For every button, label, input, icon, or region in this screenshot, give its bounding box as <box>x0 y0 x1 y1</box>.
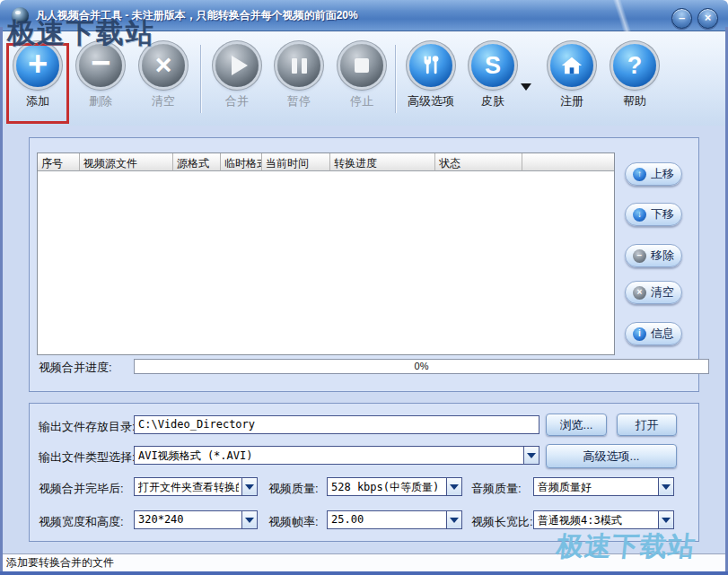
stop-icon <box>340 44 383 87</box>
down-arrow-icon: ↓ <box>633 208 646 222</box>
move-down-button[interactable]: ↓ 下移 <box>625 203 682 226</box>
delete-button[interactable]: − 删除 <box>69 44 132 109</box>
question-icon: ? <box>613 44 656 87</box>
chevron-down-icon[interactable] <box>241 478 257 495</box>
video-size-label: 视频宽度和高度: <box>39 514 124 530</box>
window-border <box>0 27 3 575</box>
minus-icon: − <box>79 44 122 87</box>
column-status[interactable]: 状态 <box>435 153 522 171</box>
column-progress[interactable]: 转换进度 <box>330 153 435 171</box>
app-window: 凡人视频合并工具 - 未注册版本，只能转换合并每个视频的前面20% – × + … <box>0 0 728 575</box>
merge-progress-bar: 0% <box>134 359 709 374</box>
pause-label: 暂停 <box>268 93 330 109</box>
open-button[interactable]: 打开 <box>617 414 677 436</box>
column-temp-format[interactable]: 临时格式 <box>221 153 262 171</box>
aspect-ratio-label: 视频长宽比: <box>471 514 533 530</box>
column-source-format[interactable]: 源格式 <box>173 153 221 171</box>
after-merge-select[interactable]: 打开文件夹查看转换的 <box>134 477 258 496</box>
toolbar-separator <box>200 45 201 113</box>
frame-rate-select[interactable]: 25.00 <box>327 510 462 529</box>
register-label: 注册 <box>540 93 603 109</box>
frame-rate-value: 25.00 <box>331 513 443 526</box>
move-up-button[interactable]: ↑ 上移 <box>625 162 682 186</box>
merge-button[interactable]: 合并 <box>206 44 268 109</box>
stop-button[interactable]: 停止 <box>330 44 393 109</box>
column-filler <box>522 153 614 171</box>
video-quality-select[interactable]: 528 kbps(中等质量) <box>327 477 462 496</box>
status-bar: 添加要转换合并的文件 <box>3 553 725 571</box>
file-table[interactable]: 序号 视频源文件 源格式 临时格式 当前时间 转换进度 状态 <box>37 152 615 355</box>
add-label: 添加 <box>6 93 69 109</box>
window-title: 凡人视频合并工具 - 未注册版本，只能转换合并每个视频的前面20% <box>36 0 358 31</box>
close-button[interactable]: × <box>697 8 718 29</box>
play-icon <box>215 44 259 87</box>
chevron-down-icon[interactable] <box>241 511 257 528</box>
up-arrow-icon: ↑ <box>633 168 646 181</box>
merge-progress-value: 0% <box>415 361 429 371</box>
cross-icon: × <box>633 286 646 300</box>
skin-label: 皮肤 <box>461 93 524 109</box>
video-quality-value: 528 kbps(中等质量) <box>331 480 443 495</box>
home-icon <box>550 44 593 87</box>
video-quality-label: 视频质量: <box>268 481 319 497</box>
advanced-options-button[interactable]: 高级选项 <box>399 44 462 109</box>
output-dir-label: 输出文件存放目录: <box>39 419 136 435</box>
tools-icon <box>409 44 452 87</box>
plus-icon: + <box>16 44 59 87</box>
frame-rate-label: 视频帧率: <box>268 514 319 530</box>
minimize-button[interactable]: – <box>671 8 692 29</box>
stop-label: 停止 <box>330 93 393 109</box>
delete-label: 删除 <box>69 93 132 109</box>
cross-icon: × <box>142 44 185 87</box>
browse-button[interactable]: 浏览... <box>546 414 607 436</box>
pause-button[interactable]: 暂停 <box>268 44 330 109</box>
output-type-value: AVI视频格式 (*.AVI) <box>138 449 521 464</box>
column-source-file[interactable]: 视频源文件 <box>80 153 173 171</box>
remove-button[interactable]: − 移除 <box>625 244 682 267</box>
toolbar: + 添加 − 删除 × 清空 合并 暂停 停止 <box>3 31 725 126</box>
chevron-down-icon[interactable] <box>446 478 461 495</box>
column-index[interactable]: 序号 <box>38 153 80 171</box>
clear-list-label: 清空 <box>651 284 674 301</box>
video-size-select[interactable]: 320*240 <box>134 510 258 529</box>
status-text: 添加要转换合并的文件 <box>6 556 114 569</box>
merge-label: 合并 <box>206 93 268 109</box>
skin-icon: S <box>471 44 514 87</box>
audio-quality-select[interactable]: 音频质量好 <box>533 477 674 496</box>
advanced-settings-button[interactable]: 高级选项... <box>546 444 677 468</box>
titlebar: 凡人视频合并工具 - 未注册版本，只能转换合并每个视频的前面20% – × <box>0 0 728 31</box>
output-dir-input[interactable]: C:\Video_Directory <box>134 415 539 434</box>
aspect-ratio-value: 普通视频4:3模式 <box>538 513 655 528</box>
pause-icon <box>277 44 320 87</box>
register-button[interactable]: 注册 <box>540 44 603 109</box>
app-icon <box>12 7 29 24</box>
audio-quality-value: 音频质量好 <box>538 480 655 495</box>
clear-list-button[interactable]: × 清空 <box>625 281 682 304</box>
clear-label: 清空 <box>132 93 195 109</box>
chevron-down-icon[interactable] <box>523 447 539 464</box>
chevron-down-icon[interactable] <box>446 511 461 528</box>
after-merge-label: 视频合并完毕后: <box>39 481 124 497</box>
add-button[interactable]: + 添加 <box>6 44 69 109</box>
video-size-value: 320*240 <box>138 513 239 526</box>
clear-button[interactable]: × 清空 <box>132 44 195 109</box>
chevron-down-icon[interactable] <box>658 511 673 528</box>
file-table-header: 序号 视频源文件 源格式 临时格式 当前时间 转换进度 状态 <box>38 153 614 171</box>
move-down-label: 下移 <box>651 206 674 222</box>
skin-dropdown-arrow-icon[interactable] <box>521 83 531 91</box>
toolbar-separator <box>395 45 396 113</box>
column-current-time[interactable]: 当前时间 <box>262 153 330 171</box>
help-label: 帮助 <box>603 93 666 109</box>
audio-quality-label: 音频质量: <box>471 481 522 497</box>
advanced-options-label: 高级选项 <box>399 93 462 109</box>
aspect-ratio-select[interactable]: 普通视频4:3模式 <box>533 510 674 529</box>
skin-button[interactable]: S 皮肤 <box>461 44 524 109</box>
output-type-label: 输出文件类型选择: <box>39 449 136 466</box>
chevron-down-icon[interactable] <box>658 478 673 495</box>
output-type-select[interactable]: AVI视频格式 (*.AVI) <box>134 446 539 465</box>
output-settings-panel: 输出文件存放目录: C:\Video_Directory 浏览... 打开 输出… <box>29 403 699 542</box>
help-button[interactable]: ? 帮助 <box>603 44 666 109</box>
file-list-panel: 序号 视频源文件 源格式 临时格式 当前时间 转换进度 状态 ↑ 上移 ↓ 下移… <box>29 137 699 392</box>
info-button[interactable]: i 信息 <box>625 322 682 345</box>
info-label: 信息 <box>651 326 674 342</box>
